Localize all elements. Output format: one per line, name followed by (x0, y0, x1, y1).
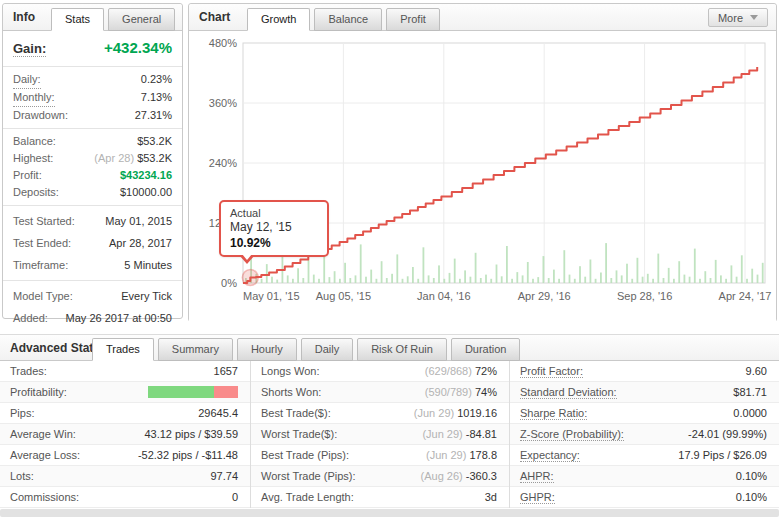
stat-label[interactable]: Expectancy: (520, 449, 580, 462)
bottom-scrollbar[interactable] (0, 509, 779, 517)
info-tabs: StatsGeneral (51, 8, 175, 31)
volume-bar (417, 279, 419, 283)
more-button-label: More (718, 12, 743, 24)
tab-balance[interactable]: Balance (314, 8, 382, 31)
tab-stats[interactable]: Stats (51, 8, 104, 31)
stat-value: 0 (232, 491, 238, 503)
info-label: Profit: (13, 167, 42, 184)
info-label: Test Started: (13, 210, 75, 232)
stat-value: (Jun 29) -84.81 (422, 428, 497, 440)
stat-label[interactable]: Standard Deviation: (520, 386, 617, 399)
info-row-timeframe: Timeframe:5 Minutes (3, 254, 182, 276)
volume-bar (433, 278, 435, 283)
more-button[interactable]: More (708, 8, 768, 27)
volume-bar (673, 279, 675, 283)
info-value: 27.31% (135, 107, 172, 124)
info-row-drawdown: Drawdown:27.31% (3, 107, 182, 124)
volume-bar (563, 250, 565, 283)
volume-bar (423, 247, 425, 283)
tab-risk-of-ruin[interactable]: Risk Of Ruin (357, 338, 447, 361)
stat-label: Average Win: (10, 428, 76, 440)
volume-bar (313, 275, 315, 283)
volume-bar (470, 277, 472, 283)
stat-value: (590/789) 74% (425, 386, 497, 398)
y-axis-tick: 240% (209, 157, 237, 169)
stat-label[interactable]: Z-Score (Probability): (520, 428, 624, 441)
volume-bar (459, 279, 461, 283)
volume-bar (386, 278, 388, 283)
volume-bar (261, 279, 263, 283)
volume-bar (642, 277, 644, 283)
volume-bar (496, 265, 498, 284)
stat-row-avg-trade-length: Avg. Trade Length:3d (251, 487, 509, 508)
stats-column-3: Profit Factor:9.60Standard Deviation:$81… (509, 361, 779, 508)
stat-label[interactable]: Sharpe Ratio: (520, 407, 587, 420)
chart-tabs: GrowthBalanceProfit (247, 8, 440, 31)
stat-value: 43.12 pips / $39.59 (144, 428, 238, 440)
volume-bar (668, 268, 670, 283)
tab-profit[interactable]: Profit (386, 8, 440, 31)
volume-bar (699, 279, 701, 283)
volume-bar (694, 249, 696, 283)
volume-bar (522, 275, 524, 283)
volume-bar (631, 279, 633, 283)
volume-bar (605, 243, 607, 283)
profitability-bar-loss (214, 386, 238, 398)
volume-bar (480, 278, 482, 283)
stat-label: Profitability: (10, 386, 67, 398)
stat-label: Best Trade($): (261, 407, 331, 419)
info-label: Balance: (13, 133, 56, 150)
stat-row-ahpr: AHPR:0.10% (510, 466, 779, 487)
stat-label: Worst Trade($): (261, 428, 337, 440)
stat-value: $81.71 (733, 386, 767, 398)
x-axis-tick: May 01, '15 (243, 290, 300, 302)
tab-duration[interactable]: Duration (451, 338, 521, 361)
stat-value: 29645.4 (198, 407, 238, 419)
info-value: May 26 2017 at 00:50 (66, 307, 172, 329)
info-label: Deposits: (13, 184, 59, 201)
stat-label[interactable]: Profit Factor: (520, 365, 583, 378)
tab-general[interactable]: General (108, 8, 175, 31)
volume-bar (720, 275, 722, 283)
stat-row-shorts-won: Shorts Won:(590/789) 74% (251, 382, 509, 403)
info-panel: Info StatsGeneral Gain: +432.34% Daily:0… (2, 3, 183, 319)
gain-label[interactable]: Gain: (13, 41, 46, 57)
stat-row-average-win: Average Win:43.12 pips / $39.59 (0, 424, 250, 445)
volume-bar (678, 261, 680, 283)
info-label[interactable]: Monthly: (13, 89, 55, 107)
volume-bar (537, 277, 539, 283)
info-panel-header: Info StatsGeneral (3, 4, 182, 31)
volume-bar (715, 260, 717, 283)
stat-row-commissions: Commissions:0 (0, 487, 250, 508)
volume-bar (731, 265, 733, 283)
info-value: 7.13% (141, 89, 172, 107)
info-group: Balance:$53.2KHighest:(Apr 28) $53.2KPro… (3, 129, 182, 206)
stat-label: Best Trade (Pips): (261, 449, 349, 461)
stat-label: Trades: (10, 365, 47, 377)
tab-hourly[interactable]: Hourly (237, 338, 297, 361)
growth-chart-svg: 480%360%240%120%0%May 01, '15Aug 05, '15… (189, 31, 776, 322)
volume-bar (308, 260, 310, 283)
stat-label[interactable]: GHPR: (520, 491, 555, 504)
volume-bar (506, 246, 508, 283)
volume-bar (339, 279, 341, 283)
highlighted-point[interactable] (242, 270, 258, 286)
info-label: Test Ended: (13, 232, 71, 254)
stat-label[interactable]: AHPR: (520, 470, 554, 483)
tab-trades[interactable]: Trades (92, 338, 154, 361)
stat-row-lots: Lots:97.74 (0, 466, 250, 487)
chart-tooltip: Actual May 12, '15 10.92% (219, 200, 329, 257)
growth-chart[interactable]: 480%360%240%120%0%May 01, '15Aug 05, '15… (189, 31, 776, 322)
info-row-balance: Balance:$53.2K (3, 133, 182, 150)
tab-daily[interactable]: Daily (301, 338, 353, 361)
tab-summary[interactable]: Summary (158, 338, 233, 361)
info-label[interactable]: Daily: (13, 71, 41, 89)
tab-growth[interactable]: Growth (247, 8, 310, 31)
stat-value-date: (Jun 29) (414, 407, 457, 419)
info-row-monthly: Monthly:7.13% (3, 89, 182, 107)
volume-bar (741, 255, 743, 283)
stat-value: 1657 (214, 365, 238, 377)
info-panel-title: Info (13, 4, 35, 30)
stat-label: Lots: (10, 470, 34, 482)
volume-bar (428, 275, 430, 283)
